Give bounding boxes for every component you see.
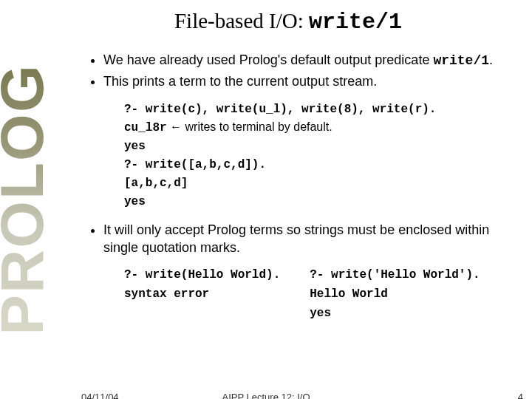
code-example-2: ?- write(Hello World). syntax error ?- w… xyxy=(124,265,517,322)
code2-right-l3: yes xyxy=(310,307,331,320)
code2-right-column: ?- write('Hello World'). Hello World yes xyxy=(310,265,480,322)
bullet-list-1: We have already used Prolog's default ou… xyxy=(59,51,517,91)
bullet-list-2: It will only accept Prolog terms so stri… xyxy=(59,221,517,257)
code2-left-l2: syntax error xyxy=(124,287,209,301)
bullet-1-text-a: We have already used Prolog's default ou… xyxy=(103,52,433,67)
left-arrow-icon: ← xyxy=(170,120,185,133)
slide-content: File-based I/O: write/1 We have already … xyxy=(44,0,532,399)
title-code: write/1 xyxy=(309,10,402,35)
code1-line2-code: cu_l8r xyxy=(124,121,167,134)
bullet-1: We have already used Prolog's default ou… xyxy=(103,51,517,69)
code1-line3: yes xyxy=(124,140,146,153)
code-example-1: ?- write(c), write(u_l), write(8), write… xyxy=(124,100,517,211)
bullet-3-text: It will only accept Prolog terms so stri… xyxy=(103,222,489,255)
bullet-2: This prints a term to the current output… xyxy=(103,72,517,90)
bullet-3: It will only accept Prolog terms so stri… xyxy=(103,221,517,257)
bullet-1-code: write/1 xyxy=(433,53,489,68)
footer-lecture-title: AIPP Lecture 12: I/O xyxy=(0,392,532,399)
code1-line6: yes xyxy=(124,195,146,208)
slide-title: File-based I/O: write/1 xyxy=(59,9,517,35)
bullet-2-text: This prints a term to the current output… xyxy=(103,74,377,89)
code2-right-l1: ?- write('Hello World'). xyxy=(310,268,480,282)
code1-line2-note: writes to terminal by default. xyxy=(185,120,332,133)
footer-page-number: 4 xyxy=(518,392,523,399)
code1-line1: ?- write(c), write(u_l), write(8), write… xyxy=(124,103,436,116)
code2-left-l1: ?- write(Hello World). xyxy=(124,268,280,282)
code1-line5: [a,b,c,d] xyxy=(124,177,188,190)
sidebar-decoration: PROLOG xyxy=(0,0,44,399)
code1-line4: ?- write([a,b,c,d]). xyxy=(124,158,266,171)
bullet-1-text-c: . xyxy=(489,52,493,67)
code2-left-column: ?- write(Hello World). syntax error xyxy=(124,265,280,322)
title-text: File-based I/O: xyxy=(174,9,309,33)
code2-right-l2: Hello World xyxy=(310,287,388,301)
